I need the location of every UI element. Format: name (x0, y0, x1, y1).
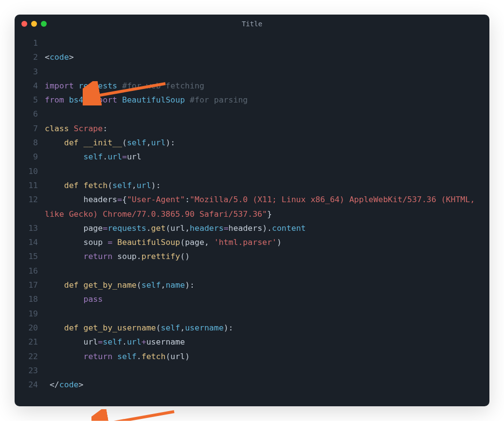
annotation-arrow-icon (91, 409, 179, 421)
code-line[interactable]: 21 url=self.url+username (15, 335, 489, 349)
code-content[interactable]: class Scrape: (45, 121, 489, 136)
code-line[interactable]: 9 self.url=url (15, 150, 489, 164)
code-line[interactable]: 5from bs4 import BeautifulSoup #for pars… (15, 93, 489, 107)
code-line[interactable]: 20 def get_by_username(self,username): (15, 321, 489, 335)
code-content[interactable]: self.url=url (45, 150, 489, 164)
code-line[interactable]: 11 def fetch(self,url): (15, 178, 489, 192)
line-number: 18 (15, 292, 45, 306)
code-line[interactable]: 19 (15, 307, 489, 321)
line-number: 3 (15, 65, 45, 79)
line-number: 13 (15, 221, 45, 235)
minimize-icon[interactable] (31, 21, 37, 27)
line-number: 2 (15, 50, 45, 64)
titlebar: Title (15, 15, 489, 33)
code-line[interactable]: 1 (15, 36, 489, 50)
code-line[interactable]: 16 (15, 264, 489, 278)
close-icon[interactable] (21, 21, 27, 27)
code-content[interactable]: import requests #for web fetching (45, 79, 489, 93)
maximize-icon[interactable] (41, 21, 47, 27)
code-line[interactable]: 15 return soup.prettify() (15, 249, 489, 263)
line-number: 21 (15, 335, 45, 349)
line-number: 23 (15, 364, 45, 378)
line-number: 11 (15, 178, 45, 192)
code-content[interactable]: def __init__(self,url): (45, 136, 489, 150)
code-line[interactable]: 2<code> (15, 50, 489, 64)
code-content[interactable] (45, 264, 489, 278)
traffic-lights (21, 21, 47, 27)
code-content[interactable]: page=requests.get(url,headers=headers).c… (45, 221, 489, 235)
code-line[interactable]: 22 return self.fetch(url) (15, 349, 489, 364)
code-content[interactable]: from bs4 import BeautifulSoup #for parsi… (45, 93, 489, 107)
code-line[interactable]: 6 (15, 107, 489, 121)
code-line[interactable]: 4import requests #for web fetching (15, 79, 489, 93)
window-title: Title (242, 20, 262, 28)
code-line[interactable]: 12 headers={"User-Agent":"Mozilla/5.0 (X… (15, 192, 489, 221)
code-editor-window: Title 1 2<code>3 4import requests #for w… (15, 15, 489, 406)
code-content[interactable] (45, 364, 489, 378)
code-content[interactable]: def fetch(self,url): (45, 178, 489, 192)
line-number: 12 (15, 192, 45, 207)
line-number: 1 (15, 36, 45, 50)
code-line[interactable]: 14 soup = BeautifulSoup(page, 'html.pars… (15, 235, 489, 249)
code-content[interactable] (45, 164, 489, 178)
code-content[interactable]: def get_by_name(self,name): (45, 278, 489, 292)
code-line[interactable]: 8 def __init__(self,url): (15, 136, 489, 150)
code-content[interactable]: def get_by_username(self,username): (45, 321, 489, 335)
line-number: 4 (15, 79, 45, 93)
code-content[interactable] (45, 36, 489, 50)
code-content[interactable]: soup = BeautifulSoup(page, 'html.parser'… (45, 235, 489, 249)
code-content[interactable]: url=self.url+username (45, 335, 489, 349)
code-content[interactable]: headers={"User-Agent":"Mozilla/5.0 (X11;… (45, 192, 489, 221)
code-content[interactable]: </code> (45, 378, 489, 392)
line-number: 5 (15, 93, 45, 107)
code-content[interactable] (45, 107, 489, 121)
line-number: 16 (15, 264, 45, 278)
code-line[interactable]: 23 (15, 364, 489, 378)
svg-line-3 (100, 412, 174, 421)
line-number: 17 (15, 278, 45, 292)
line-number: 15 (15, 249, 45, 263)
code-line[interactable]: 10 (15, 164, 489, 178)
line-number: 6 (15, 107, 45, 121)
line-number: 10 (15, 164, 45, 178)
code-line[interactable]: 7class Scrape: (15, 121, 489, 136)
line-number: 9 (15, 150, 45, 164)
line-number: 7 (15, 121, 45, 136)
code-content[interactable] (45, 65, 489, 79)
code-line[interactable]: 17 def get_by_name(self,name): (15, 278, 489, 292)
line-number: 22 (15, 349, 45, 364)
code-content[interactable]: pass (45, 292, 489, 306)
code-content[interactable]: return self.fetch(url) (45, 349, 489, 364)
line-number: 19 (15, 307, 45, 321)
code-line[interactable]: 24 </code> (15, 378, 489, 392)
code-line[interactable]: 13 page=requests.get(url,headers=headers… (15, 221, 489, 235)
editor-body[interactable]: 1 2<code>3 4import requests #for web fet… (15, 33, 489, 406)
code-content[interactable]: return soup.prettify() (45, 249, 489, 263)
line-number: 24 (15, 378, 45, 392)
code-line[interactable]: 18 pass (15, 292, 489, 306)
code-content[interactable] (45, 307, 489, 321)
line-number: 20 (15, 321, 45, 335)
code-line[interactable]: 3 (15, 65, 489, 79)
line-number: 14 (15, 235, 45, 249)
code-content[interactable]: <code> (45, 50, 489, 64)
line-number: 8 (15, 136, 45, 150)
